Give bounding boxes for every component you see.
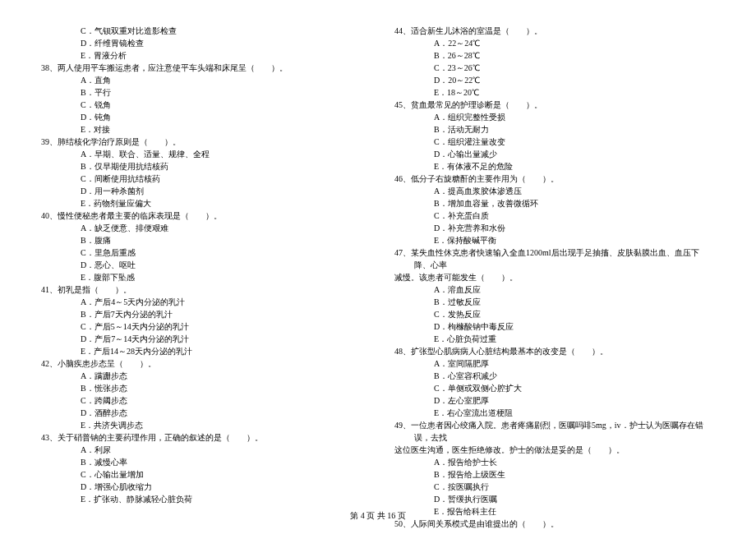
option: D．恶心、呕吐 bbox=[41, 259, 362, 271]
question-44: 44、适合新生儿沐浴的室温是（ ）。 bbox=[394, 25, 715, 37]
question-43: 43、关于硝普钠的主要药理作用，正确的叙述的是（ ）。 bbox=[41, 431, 362, 444]
option: A．直角 bbox=[41, 74, 362, 86]
option: D．暂缓执行医嘱 bbox=[394, 493, 715, 505]
option: D．产后7～14天内分泌的乳汁 bbox=[41, 333, 362, 345]
option: E．腹部下坠感 bbox=[41, 271, 362, 283]
question-39: 39、肺结核化学治疗原则是（ ）。 bbox=[41, 136, 362, 148]
option: E．药物剂量应偏大 bbox=[41, 197, 362, 209]
option: B．增加血容量，改善微循环 bbox=[394, 197, 715, 209]
question-46: 46、低分子右旋糖酐的主要作用为（ ）。 bbox=[394, 173, 715, 185]
option: E．心脏负荷过重 bbox=[394, 333, 715, 345]
option: C．按医嘱执行 bbox=[394, 481, 715, 493]
question-40: 40、慢性便秘患者最主要的临床表现是（ ）。 bbox=[41, 209, 362, 222]
option: E．18～20℃ bbox=[394, 86, 715, 99]
option: C．心输出量增加 bbox=[41, 468, 362, 481]
question-47-cont: 减慢。该患者可能发生（ ）。 bbox=[394, 271, 715, 283]
option: D．纤维胃镜检查 bbox=[41, 37, 362, 49]
question-49-cont: 这位医生沟通，医生拒绝修改。护士的做法是妥的是（ ）。 bbox=[394, 444, 715, 456]
option: C．产后5～14天内分泌的乳汁 bbox=[41, 320, 362, 333]
option: B．报告给上级医生 bbox=[394, 468, 715, 481]
option: E．有体液不足的危险 bbox=[394, 160, 715, 173]
option: D．左心室肥厚 bbox=[394, 394, 715, 407]
option: C．里急后重感 bbox=[41, 246, 362, 259]
option: A．报告给护士长 bbox=[394, 456, 715, 468]
option: E．扩张动、静脉减轻心脏负荷 bbox=[41, 493, 362, 505]
option: D．增强心肌收缩力 bbox=[41, 481, 362, 493]
option: C．单侧或双侧心腔扩大 bbox=[394, 382, 715, 394]
option: C．跨阈步态 bbox=[41, 394, 362, 407]
option: C．发热反应 bbox=[394, 308, 715, 320]
question-41: 41、初乳是指（ ）。 bbox=[41, 283, 362, 296]
option: D．钝角 bbox=[41, 111, 362, 123]
question-48: 48、扩张型心肌病病人心脏结构最基本的改变是（ ）。 bbox=[394, 345, 715, 357]
question-47: 47、某失血性休克患者快速输入全血1200ml后出现手足抽搐、皮肤黏膜出血、血压… bbox=[394, 246, 715, 271]
option: B．仅早期使用抗结核药 bbox=[41, 160, 362, 173]
option: E．保持酸碱平衡 bbox=[394, 234, 715, 246]
option: B．活动无耐力 bbox=[394, 123, 715, 136]
page-footer: 第 4 页 共 16 页 bbox=[0, 509, 756, 522]
option: A．提高血浆胶体渗透压 bbox=[394, 185, 715, 197]
option: E．共济失调步态 bbox=[41, 419, 362, 431]
option: A．缺乏便意、排便艰难 bbox=[41, 222, 362, 234]
option: B．腹痛 bbox=[41, 234, 362, 246]
question-49: 49、一位患者因心绞痛入院。患者疼痛剧烈，医嘱吗啡5mg，iv．护士认为医嘱存在… bbox=[394, 419, 715, 444]
option: B．心室容积减少 bbox=[394, 370, 715, 382]
question-45: 45、贫血最常见的护理诊断是（ ）。 bbox=[394, 99, 715, 111]
option: D．20～22℃ bbox=[394, 74, 715, 86]
option: A．室间隔肥厚 bbox=[394, 357, 715, 370]
option: D．心输出量减少 bbox=[394, 148, 715, 160]
option: B．26～28℃ bbox=[394, 49, 715, 62]
option: A．22～24℃ bbox=[394, 37, 715, 49]
option: B．过敏反应 bbox=[394, 296, 715, 308]
option: E．右心室流出道梗阻 bbox=[394, 407, 715, 419]
option: A．产后4～5天内分泌的乳汁 bbox=[41, 296, 362, 308]
option: A．早期、联合、适量、规律、全程 bbox=[41, 148, 362, 160]
option: A．蹒跚步态 bbox=[41, 370, 362, 382]
question-42: 42、小脑疾患步态呈（ ）。 bbox=[41, 357, 362, 370]
option: A．组织完整性受损 bbox=[394, 111, 715, 123]
question-38: 38、两人使用平车搬运患者，应注意使平车头端和床尾呈（ ）。 bbox=[41, 62, 362, 74]
option: B．减慢心率 bbox=[41, 456, 362, 468]
option: A．溶血反应 bbox=[394, 283, 715, 296]
option: C．23～26℃ bbox=[394, 62, 715, 74]
option: B．慌张步态 bbox=[41, 382, 362, 394]
option: C．气钡双重对比造影检查 bbox=[41, 25, 362, 37]
option: C．组织灌注量改变 bbox=[394, 136, 715, 148]
option: B．产后7天内分泌的乳汁 bbox=[41, 308, 362, 320]
left-column: C．气钡双重对比造影检查 D．纤维胃镜检查 E．胃液分析 38、两人使用平车搬运… bbox=[41, 25, 362, 530]
option: E．胃液分析 bbox=[41, 49, 362, 62]
option: E．产后14～28天内分泌的乳汁 bbox=[41, 345, 362, 357]
option: E．对接 bbox=[41, 123, 362, 136]
option: D．用一种杀菌剂 bbox=[41, 185, 362, 197]
option: C．锐角 bbox=[41, 99, 362, 111]
option: D．酒醉步态 bbox=[41, 407, 362, 419]
option: D．枸橼酸钠中毒反应 bbox=[394, 320, 715, 333]
right-column: 44、适合新生儿沐浴的室温是（ ）。 A．22～24℃ B．26～28℃ C．2… bbox=[394, 25, 715, 530]
option: D．补充营养和水份 bbox=[394, 222, 715, 234]
option: A．利尿 bbox=[41, 444, 362, 456]
option: B．平行 bbox=[41, 86, 362, 99]
option: C．间断使用抗结核药 bbox=[41, 173, 362, 185]
option: C．补充蛋白质 bbox=[394, 209, 715, 222]
